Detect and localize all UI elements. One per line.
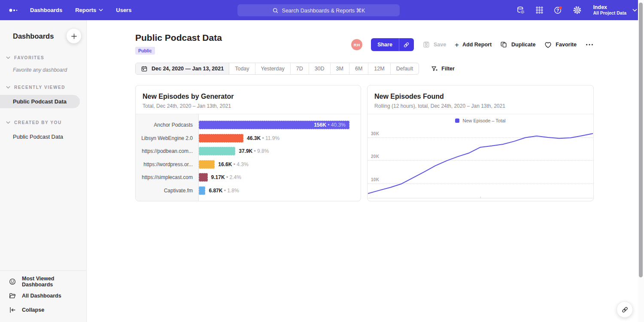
bar-category-label: Captivate.fm	[136, 188, 199, 194]
footer-item-collapse[interactable]: Collapse	[0, 303, 86, 317]
floating-link-button[interactable]	[617, 301, 633, 318]
x-tickmark	[480, 197, 481, 198]
bar-rows: Anchor Podcasts156K • 40.3%Libsyn WebEng…	[136, 114, 361, 197]
sidebar: Dashboards FAVORITESFavorite any dashboa…	[0, 20, 87, 322]
chart-legend: New Episode – Total	[368, 114, 593, 127]
chevron-down-icon	[632, 9, 637, 12]
bar-value-label: 6.87K • 1.8%	[209, 188, 239, 194]
account-switcher[interactable]: Index All Project Data	[593, 4, 637, 16]
date-toolbar: Dec 24, 2020 — Jan 13, 2021 TodayYesterd…	[135, 63, 644, 75]
folder-icon	[9, 292, 16, 300]
nav-item-dashboards[interactable]: Dashboards	[30, 7, 62, 13]
copy-link-button[interactable]	[399, 38, 414, 51]
plus-icon: +	[455, 41, 459, 49]
visibility-badge: Public	[135, 47, 155, 55]
search-icon	[272, 7, 279, 14]
save-button[interactable]: Save	[422, 41, 446, 49]
calendar-icon	[141, 65, 148, 72]
search-input[interactable]: Search Dashboards & Reports ⌘K	[237, 4, 400, 16]
line-chart-subtitle: Rolling (12 hours), total, Dec 24th, 202…	[374, 103, 586, 109]
more-options-button[interactable]	[585, 42, 594, 48]
top-nav: DashboardsReportsUsers Search Dashboards…	[0, 0, 644, 20]
x-tick-jan-03: JAN 03	[473, 201, 488, 201]
footer-item-most-viewed-dashboards[interactable]: Most Viewed Dashboards	[0, 274, 86, 289]
bar-row-captivate-fm: Captivate.fm6.87K • 1.8%	[136, 184, 361, 197]
search-placeholder: Search Dashboards & Reports ⌘K	[282, 7, 365, 14]
bar	[199, 160, 215, 169]
bar-category-label: https://podbean.com...	[136, 148, 199, 154]
bar-chart-card: New Episodes by Generator Total, Dec 24t…	[135, 85, 361, 201]
date-presets: TodayYesterday7D30D3M6M12MDefault	[229, 63, 419, 74]
preset-today[interactable]: Today	[229, 63, 255, 74]
settings-icon[interactable]	[572, 6, 582, 15]
preset-30d[interactable]: 30D	[309, 63, 331, 74]
bar	[199, 173, 208, 182]
footer-item-all-dashboards[interactable]: All Dashboards	[0, 289, 86, 303]
nav-item-users[interactable]: Users	[116, 7, 131, 13]
scrollbar-track	[638, 0, 644, 322]
preset-6m[interactable]: 6M	[349, 63, 368, 74]
preset-3m[interactable]: 3M	[331, 63, 349, 74]
help-icon[interactable]: ?	[553, 6, 563, 15]
duplicate-button[interactable]: Duplicate	[500, 41, 535, 49]
x-tick-jan-13: JAN 13	[574, 201, 589, 201]
sidebar-title: Dashboards	[13, 32, 54, 40]
nav-item-reports[interactable]: Reports	[75, 7, 103, 13]
preset-7d[interactable]: 7D	[291, 63, 309, 74]
nav-menu: DashboardsReportsUsers	[30, 7, 131, 13]
app-logo-icon[interactable]	[8, 6, 19, 15]
line-chart-card: New Episodes Found Rolling (12 hours), t…	[367, 85, 594, 201]
collapse-icon	[9, 306, 16, 314]
bar-row-libsyn-webengine-2-0: Libsyn WebEngine 2.046.3K • 11.9%	[136, 132, 361, 145]
bar-value-label: 46.3K • 11.9%	[247, 135, 279, 141]
bar-row-https-simplecast-com: https://simplecast.com9.17K • 2.4%	[136, 171, 361, 184]
scrollbar-thumb[interactable]	[639, 3, 643, 277]
bar-chart-subtitle: Total, Dec 24th, 2020 – Jan 13th, 2021	[143, 103, 354, 109]
section-header-created-by-you[interactable]: CREATED BY YOU	[0, 120, 86, 125]
notification-dot	[559, 6, 562, 9]
account-name: Index	[593, 4, 626, 10]
share-button[interactable]: Share	[371, 38, 399, 51]
smiley-icon	[9, 278, 16, 286]
filter-icon	[431, 65, 438, 73]
nav-right: ? Index All Project Data	[516, 4, 637, 16]
sidebar-item-public-podcast-data[interactable]: Public Podcast Data	[0, 130, 80, 143]
page-title: Public Podcast Data	[135, 33, 222, 43]
line-series	[368, 127, 593, 198]
link-icon	[403, 41, 410, 49]
favorite-button[interactable]: Favorite	[544, 41, 577, 49]
save-icon	[422, 41, 430, 49]
line-plot: 10K20K30K	[368, 127, 593, 198]
preset-default[interactable]: Default	[391, 63, 419, 74]
sidebar-footer: Most Viewed DashboardsAll DashboardsColl…	[0, 270, 86, 322]
section-header-favorites[interactable]: FAVORITES	[0, 55, 86, 60]
svg-text:?: ?	[556, 8, 559, 12]
bar-value-label: 156K • 40.3%	[314, 122, 346, 128]
account-subtitle: All Project Data	[593, 10, 626, 16]
data-sources-icon[interactable]	[516, 6, 525, 15]
preset-12m[interactable]: 12M	[368, 63, 390, 74]
date-range-button[interactable]: Dec 24, 2020 — Jan 13, 2021	[136, 63, 229, 74]
preset-yesterday[interactable]: Yesterday	[255, 63, 291, 74]
heart-icon	[544, 41, 552, 49]
bar	[199, 186, 205, 195]
date-range-label: Dec 24, 2020 — Jan 13, 2021	[152, 66, 224, 72]
section-header-recently-viewed[interactable]: RECENTLY VIEWED	[0, 85, 86, 90]
sidebar-item-public-podcast-data[interactable]: Public Podcast Data	[0, 95, 80, 108]
link-icon	[621, 306, 629, 314]
bar	[199, 134, 243, 143]
kebab-icon	[585, 42, 594, 48]
bar-category-label: Libsyn WebEngine 2.0	[136, 135, 199, 141]
line-chart-title: New Episodes Found	[374, 93, 586, 100]
bar-value-label: 9.17K • 2.4%	[211, 174, 241, 180]
add-report-button[interactable]: + Add Report	[455, 41, 492, 49]
apps-grid-icon[interactable]	[535, 6, 544, 15]
legend-label: New Episode – Total	[462, 118, 505, 123]
add-dashboard-button[interactable]	[67, 29, 81, 43]
bar: 156K • 40.3%	[199, 121, 349, 129]
filter-button[interactable]: Filter	[431, 65, 455, 73]
header-actions: RH Share Save + Add Report Dup	[351, 38, 594, 51]
legend-swatch	[455, 118, 459, 123]
bar-value-label: 16.6K • 4.3%	[218, 161, 248, 167]
sidebar-sections: FAVORITESFavorite any dashboardRECENTLY …	[0, 43, 86, 143]
